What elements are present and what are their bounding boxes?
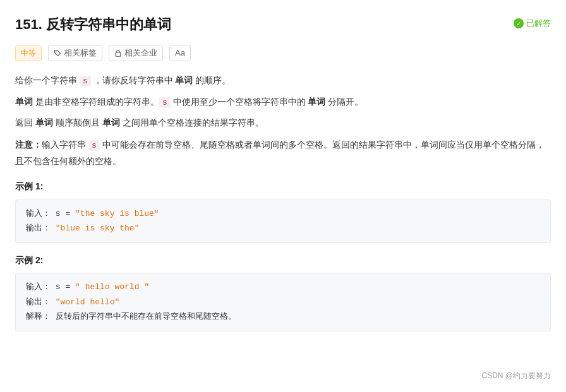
example2-explain-value: 反转后的字符串中不能存在前导空格和尾随空格。 <box>56 312 236 321</box>
example2-input-value: s = " hello world " <box>56 282 149 292</box>
example2-title: 示例 2: <box>15 253 551 268</box>
svg-point-0 <box>56 51 57 52</box>
lock-icon <box>114 49 122 57</box>
solved-badge: ✓ 已解答 <box>514 16 551 30</box>
example2-output-line: 输出： "world hello" <box>26 295 540 309</box>
desc1: 给你一个字符串 s ，请你反转字符串中 单词 的顺序。 <box>15 73 551 88</box>
example2-output-label: 输出： <box>26 297 51 307</box>
example2-output-value: "world hello" <box>56 297 119 307</box>
page-title: 151. 反转字符串中的单词 <box>15 13 171 36</box>
example1-output-label: 输出： <box>26 223 51 233</box>
check-icon: ✓ <box>514 18 524 28</box>
example1-code: 输入： s = "the sky is blue" 输出： "blue is s… <box>15 199 551 243</box>
tags-row: 中等 相关标签 相关企业 Aa <box>15 45 551 61</box>
related-company-button[interactable]: 相关企业 <box>109 45 163 61</box>
related-tags-button[interactable]: 相关标签 <box>48 45 102 61</box>
example2-explain-label: 解释： <box>26 312 51 321</box>
example1-output-value: "blue is sky the" <box>56 223 140 233</box>
example2-input-line: 输入： s = " hello world " <box>26 280 540 294</box>
example1-input-label: 输入： <box>26 209 51 218</box>
note-section: 注意：输入字符串 s 中可能会存在前导空格、尾随空格或者单词间的多个空格。返回的… <box>15 137 551 169</box>
example1-title: 示例 1: <box>15 179 551 194</box>
example1-output-line: 输出： "blue is sky the" <box>26 221 540 235</box>
svg-rect-1 <box>116 53 121 57</box>
example1-input-value: s = "the sky is blue" <box>56 209 159 218</box>
description-section: 给你一个字符串 s ，请你反转字符串中 单词 的顺序。 单词 是由非空格字符组成… <box>15 73 551 131</box>
tag-icon <box>54 49 61 57</box>
related-company-label: 相关企业 <box>124 46 157 60</box>
related-tags-label: 相关标签 <box>64 46 97 60</box>
example2-code: 输入： s = " hello world " 输出： "world hello… <box>15 273 551 331</box>
font-label: Aa <box>175 46 185 60</box>
difficulty-tag[interactable]: 中等 <box>15 45 42 61</box>
example2-input-label: 输入： <box>26 282 51 292</box>
solved-label: 已解答 <box>526 16 551 30</box>
note-text: 注意：输入字符串 s 中可能会存在前导空格、尾随空格或者单词间的多个空格。返回的… <box>15 137 551 169</box>
examples-section: 示例 1: 输入： s = "the sky is blue" 输出： "blu… <box>15 179 551 331</box>
font-button[interactable]: Aa <box>169 45 191 61</box>
example1-input-line: 输入： s = "the sky is blue" <box>26 206 540 221</box>
desc3: 返回 单词 顺序颠倒且 单词 之间用单个空格连接的结果字符串。 <box>15 115 551 131</box>
desc2: 单词 是由非空格字符组成的字符串。s 中使用至少一个空格将字符串中的 单词 分隔… <box>15 94 551 110</box>
example2-explain-line: 解释： 反转后的字符串中不能存在前导空格和尾随空格。 <box>26 309 540 324</box>
